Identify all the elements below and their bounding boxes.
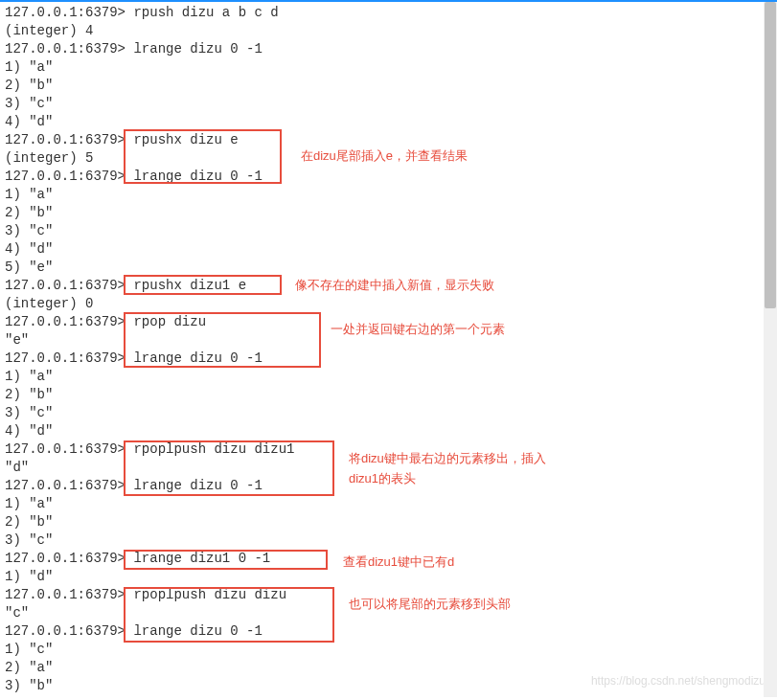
annotation-rpop: 一处并返回键右边的第一个元素 — [331, 321, 505, 338]
annotation-lrange-dizu1: 查看dizu1键中已有d — [343, 553, 454, 571]
scrollbar[interactable] — [764, 2, 777, 697]
terminal-line: 1) "a" — [5, 368, 772, 386]
terminal-line: (integer) 4 — [5, 22, 772, 40]
terminal-line: (integer) 0 — [5, 295, 772, 313]
terminal-line: 3) "c" — [5, 404, 772, 422]
watermark: https://blog.csdn.net/shengmodizu — [591, 673, 766, 689]
terminal-line: 1) "a" — [5, 495, 772, 513]
terminal-line: 127.0.0.1:6379> lrange dizu 0 -1 — [5, 350, 772, 368]
terminal-line: 2) "b" — [5, 386, 772, 404]
annotation-rpoplpush-self: 也可以将尾部的元素移到头部 — [349, 596, 511, 613]
terminal-line: 3) "c" — [5, 222, 772, 240]
terminal-line: 1) "a" — [5, 186, 772, 204]
terminal-line: 127.0.0.1:6379> lrange dizu 0 -1 — [5, 622, 772, 641]
terminal-line: 127.0.0.1:6379> lrange dizu 0 -1 — [5, 40, 772, 58]
terminal-line: 127.0.0.1:6379> lrange dizu 0 -1 — [5, 168, 772, 186]
terminal-line: 2) "b" — [5, 204, 772, 222]
annotation-rpushx-fail: 像不存在的建中插入新值，显示失败 — [295, 277, 494, 294]
terminal-line: 2) "b" — [5, 77, 772, 95]
terminal-line: 1) "a" — [5, 58, 772, 77]
terminal-output[interactable]: 127.0.0.1:6379> rpush dizu a b c d (inte… — [5, 4, 772, 695]
annotation-rpushx: 在dizu尾部插入e，并查看结果 — [301, 147, 468, 165]
terminal-line: 4) "d" — [5, 113, 772, 131]
annotation-rpoplpush: 将dizu键中最右边的元素移出，插入dizu1的表头 — [349, 449, 569, 489]
terminal-line: 2) "b" — [5, 513, 772, 531]
terminal-line: 3) "c" — [5, 531, 772, 550]
terminal-line: 4) "d" — [5, 240, 772, 259]
terminal-line: 3) "c" — [5, 95, 772, 113]
terminal-line: 5) "e" — [5, 259, 772, 277]
terminal-line: 127.0.0.1:6379> rpush dizu a b c d — [5, 4, 772, 22]
scrollbar-thumb[interactable] — [765, 2, 776, 308]
terminal-line: 1) "c" — [5, 641, 772, 659]
terminal-line: 4) "d" — [5, 422, 772, 440]
